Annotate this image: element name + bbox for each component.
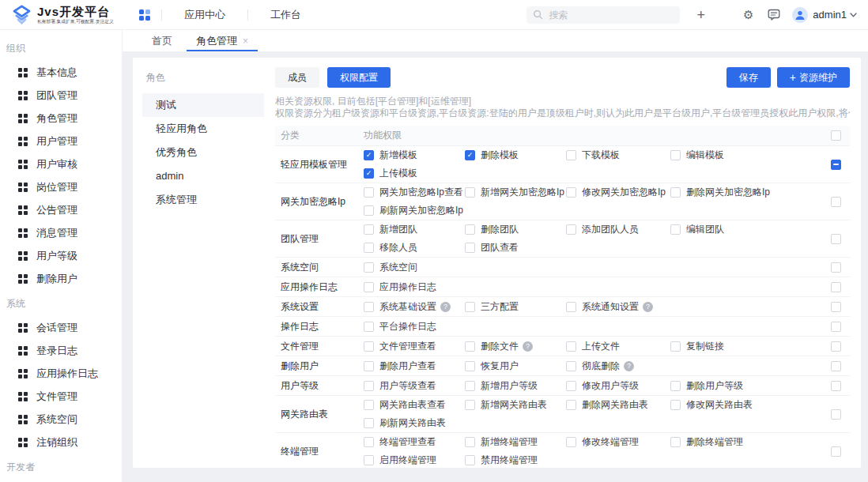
- resource-maintain-button[interactable]: + 资源维护: [777, 67, 850, 88]
- sidebar-item[interactable]: 用户等级: [0, 244, 122, 267]
- help-icon[interactable]: ?: [624, 361, 634, 371]
- permission-checkbox[interactable]: ✓: [364, 150, 374, 160]
- permission-checkbox[interactable]: [566, 437, 576, 447]
- permission-config-button[interactable]: 权限配置: [327, 67, 391, 88]
- permission-checkbox[interactable]: [364, 437, 374, 447]
- sidebar-item[interactable]: 公告管理: [0, 198, 122, 221]
- permission-checkbox[interactable]: [364, 262, 374, 273]
- search-input[interactable]: [547, 9, 674, 21]
- members-button[interactable]: 成员: [275, 67, 319, 88]
- nav-item[interactable]: 应用中心: [165, 8, 244, 22]
- permission-checkbox[interactable]: [465, 341, 475, 352]
- sidebar-item[interactable]: 注销组织: [0, 431, 122, 454]
- sidebar-item[interactable]: 消息管理: [0, 221, 122, 244]
- sidebar-item[interactable]: 用户审核: [0, 153, 122, 175]
- permission-checkbox[interactable]: [364, 455, 374, 465]
- sidebar-item[interactable]: 系统空间: [0, 408, 122, 431]
- row-select-checkbox[interactable]: [831, 446, 841, 457]
- username[interactable]: admin1: [813, 9, 847, 21]
- permission-checkbox[interactable]: [364, 187, 374, 198]
- permission-checkbox[interactable]: [566, 361, 576, 371]
- add-icon[interactable]: +: [696, 8, 705, 22]
- sidebar-item[interactable]: 用户管理: [0, 130, 122, 153]
- tab-close-icon[interactable]: ×: [243, 36, 248, 46]
- permission-checkbox[interactable]: [566, 150, 576, 160]
- sidebar-item[interactable]: 登录日志: [0, 339, 122, 362]
- permission-checkbox[interactable]: [566, 381, 576, 391]
- permission-checkbox[interactable]: [364, 302, 374, 312]
- row-select-checkbox[interactable]: [831, 282, 841, 292]
- permission-checkbox[interactable]: ✓: [465, 150, 475, 160]
- permission-checkbox[interactable]: [364, 243, 374, 253]
- settings-gear-icon[interactable]: ⚙: [743, 9, 753, 21]
- permission-checkbox[interactable]: [670, 437, 681, 447]
- permission-checkbox[interactable]: [465, 243, 475, 253]
- sidebar-item[interactable]: 会话管理: [0, 316, 122, 339]
- search-box[interactable]: [526, 6, 680, 24]
- user-menu[interactable]: admin1: [792, 7, 857, 23]
- permission-checkbox[interactable]: [465, 455, 475, 465]
- sidebar-item[interactable]: 文件管理: [0, 385, 122, 408]
- permission-checkbox[interactable]: [670, 341, 681, 352]
- row-select-checkbox[interactable]: [831, 361, 841, 371]
- row-select-checkbox[interactable]: [831, 341, 841, 352]
- role-list-item[interactable]: 轻应用角色: [142, 117, 264, 141]
- permission-checkbox[interactable]: [670, 150, 681, 160]
- permission-checkbox[interactable]: [364, 224, 374, 235]
- sidebar-item[interactable]: 应用操作日志: [0, 362, 122, 385]
- help-icon[interactable]: ?: [440, 302, 451, 312]
- help-icon[interactable]: ?: [643, 302, 653, 312]
- sidebar-item[interactable]: 团队管理: [0, 84, 122, 107]
- permission-checkbox[interactable]: [670, 400, 681, 410]
- permission-checkbox[interactable]: [364, 361, 374, 371]
- role-list-item[interactable]: 测试: [142, 93, 264, 117]
- permission-checkbox[interactable]: [364, 418, 374, 428]
- permission-checkbox[interactable]: [364, 381, 374, 391]
- sidebar-item[interactable]: 删除用户: [0, 267, 122, 290]
- tab[interactable]: 首页: [140, 30, 184, 51]
- row-select-checkbox[interactable]: [831, 302, 841, 312]
- permission-checkbox[interactable]: [465, 437, 475, 447]
- permission-checkbox[interactable]: [566, 224, 576, 235]
- app-grid-icon[interactable]: [719, 10, 729, 20]
- permission-checkbox[interactable]: ✓: [364, 168, 374, 179]
- row-select-checkbox[interactable]: [831, 262, 841, 273]
- row-select-checkbox[interactable]: [831, 197, 841, 207]
- sidebar-item[interactable]: 基本信息: [0, 61, 122, 84]
- message-icon[interactable]: [768, 9, 780, 21]
- role-list-item[interactable]: 优秀角色: [142, 141, 264, 164]
- row-select-checkbox[interactable]: [831, 409, 841, 420]
- permission-checkbox[interactable]: [670, 224, 681, 235]
- row-select-checkbox[interactable]: [831, 381, 841, 391]
- nav-item[interactable]: 工作台: [251, 8, 320, 22]
- select-all-checkbox[interactable]: [831, 130, 841, 141]
- permission-checkbox[interactable]: [465, 361, 475, 371]
- role-list-item[interactable]: 系统管理: [142, 188, 264, 212]
- permission-checkbox[interactable]: [566, 302, 576, 312]
- permission-checkbox[interactable]: [465, 224, 475, 235]
- permission-checkbox[interactable]: [465, 400, 475, 410]
- sidebar-item[interactable]: 岗位管理: [0, 175, 122, 198]
- row-select-checkbox[interactable]: [831, 234, 841, 244]
- permission-checkbox[interactable]: [465, 302, 475, 312]
- permission-checkbox[interactable]: [465, 187, 475, 198]
- permission-checkbox[interactable]: [566, 187, 576, 198]
- tab[interactable]: 角色管理×: [184, 30, 260, 51]
- permission-checkbox[interactable]: [465, 381, 475, 391]
- save-button[interactable]: 保存: [726, 67, 771, 88]
- permission-checkbox[interactable]: [670, 381, 681, 391]
- permission-checkbox[interactable]: [566, 341, 576, 352]
- sidebar-item[interactable]: 角色管理: [0, 107, 122, 130]
- help-icon[interactable]: ?: [523, 341, 533, 352]
- permission-checkbox[interactable]: [364, 322, 374, 332]
- row-select-checkbox[interactable]: [831, 160, 841, 170]
- apps-menu-icon[interactable]: [139, 9, 150, 21]
- permission-checkbox[interactable]: [566, 400, 576, 410]
- permission-checkbox[interactable]: [364, 341, 374, 352]
- role-list-item[interactable]: admin: [142, 164, 264, 188]
- permission-checkbox[interactable]: [364, 400, 374, 410]
- permission-checkbox[interactable]: [670, 187, 681, 198]
- permission-checkbox[interactable]: [364, 205, 374, 216]
- permission-checkbox[interactable]: [364, 282, 374, 292]
- row-select-checkbox[interactable]: [831, 322, 841, 332]
